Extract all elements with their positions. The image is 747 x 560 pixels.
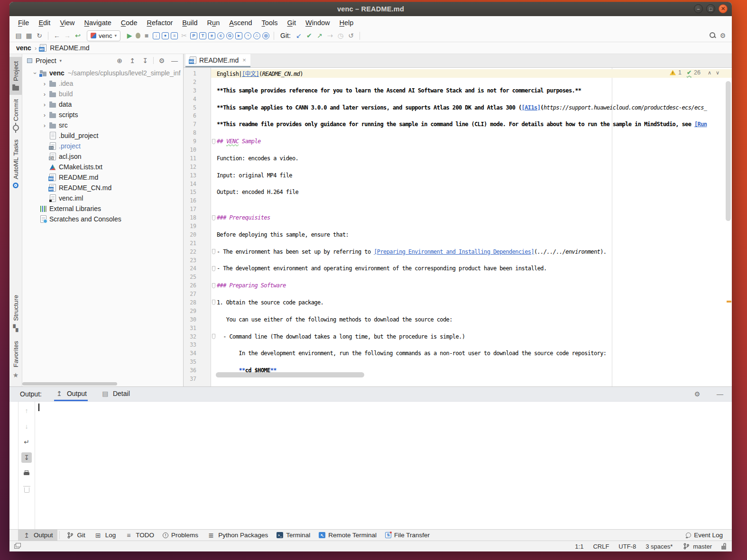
settings-icon[interactable]: ⚙ [719, 31, 727, 40]
sidebar-tab-commit[interactable]: Commit [9, 95, 22, 135]
project-tree-item[interactable]: .project [22, 141, 183, 151]
fold-marker[interactable] [212, 215, 215, 220]
toolwindow-button-remote-terminal[interactable]: ↖Remote Terminal [314, 530, 381, 541]
git-update-icon[interactable]: ↙ [295, 31, 303, 40]
sync-icon[interactable]: ↻ [35, 31, 44, 40]
git-cherry-icon[interactable]: ⇢ [326, 31, 334, 40]
hide-panel-icon[interactable]: — [715, 390, 725, 398]
simulator-icon[interactable]: ▸ [235, 32, 242, 39]
project-tree-item[interactable]: README_CN.md [22, 183, 183, 193]
env-check-icon[interactable]: e [208, 32, 215, 39]
editor[interactable]: 1English|[中文](README_CN.md)23**This samp… [184, 68, 732, 386]
toolwindow-button-todo[interactable]: ≡TODO [120, 530, 158, 541]
toolwindow-button-file-transfer[interactable]: ⇅File Transfer [381, 530, 434, 541]
project-tree-item[interactable]: ›data [22, 99, 183, 110]
undo-icon[interactable]: ↩ [74, 31, 82, 40]
output-tab-output[interactable]: ↥Output [54, 387, 88, 401]
lock-indicator[interactable] [721, 543, 726, 550]
horizontal-scrollbar[interactable] [22, 382, 117, 386]
gear-icon[interactable]: ⚙ [157, 57, 166, 64]
markdown-link[interactable]: [Preparing Environment and Installing De… [374, 248, 534, 255]
git-rollback-icon[interactable]: ↺ [347, 31, 355, 40]
run-configuration-selector[interactable]: venc▾ [87, 30, 120, 41]
menu-git[interactable]: Git [282, 19, 301, 27]
chevron-icon[interactable]: › [40, 101, 49, 108]
menu-tools[interactable]: Tools [257, 19, 283, 27]
project-tree-item[interactable]: README.md [22, 172, 183, 183]
status-item[interactable]: 3 spaces* [646, 543, 673, 550]
scroll-to-end-icon-button[interactable]: ↧ [21, 452, 32, 463]
tuner-icon[interactable]: T [199, 32, 206, 39]
debug-icon[interactable] [136, 33, 140, 38]
soft-wrap-icon-button[interactable]: ↵ [21, 437, 32, 447]
cluster-icon[interactable]: ∴ [253, 32, 260, 39]
git-history-icon[interactable]: ◷ [336, 31, 345, 40]
project-panel-title[interactable]: Project [36, 57, 56, 64]
project-tree-item[interactable]: ›src [22, 120, 183, 130]
chevron-icon[interactable]: › [40, 122, 49, 129]
toolwindow-button-event-log[interactable]: Event Log [682, 530, 727, 541]
status-git-branch[interactable]: master [682, 542, 712, 551]
output-tab-detail[interactable]: ▤Detail [100, 387, 131, 401]
minimize-icon[interactable]: − [694, 4, 703, 13]
close-tab-icon[interactable]: × [242, 56, 246, 64]
sidebar-tab-project[interactable]: Project [9, 57, 22, 95]
toolwindow-button-log[interactable]: ⊞Log [90, 530, 120, 541]
git-commit-icon[interactable]: ✔ [305, 31, 314, 40]
fold-marker[interactable] [212, 266, 215, 271]
run-icon[interactable]: ▶ [125, 31, 134, 40]
menu-view[interactable]: View [55, 19, 79, 27]
menu-ascend[interactable]: Ascend [224, 19, 257, 27]
git-push-icon[interactable]: ↗ [315, 31, 324, 40]
profiler-icon[interactable]: P [190, 32, 197, 39]
horizontal-scrollbar[interactable] [216, 372, 364, 377]
menu-file[interactable]: File [13, 19, 34, 27]
toolwindow-button-problems[interactable]: !Problems [158, 530, 203, 541]
vertical-scrollbar[interactable] [726, 81, 731, 221]
toolwindow-button-python-packages[interactable]: ≣Python Packages [203, 530, 272, 541]
fold-marker[interactable] [212, 300, 215, 305]
markdown-link[interactable]: [中文] [242, 71, 259, 77]
toolwindow-button-git[interactable]: Git [62, 530, 90, 541]
open-icon[interactable]: ▤ [14, 31, 23, 40]
tool-window-switcher-icon[interactable] [14, 544, 19, 549]
scissors-icon[interactable]: ✂ [180, 31, 188, 40]
menu-navigate[interactable]: Navigate [80, 19, 116, 27]
sidebar-tab-structure[interactable]: Structure▚ [9, 291, 22, 337]
chevron-icon[interactable]: › [40, 80, 49, 87]
status-item[interactable]: 1:1 [575, 543, 583, 550]
markdown-link[interactable]: [Run [694, 121, 707, 128]
inspections-widget[interactable]: ! 1 ✔ 26 ∧ ∨ [670, 69, 719, 76]
converter-icon[interactable]: c [217, 32, 224, 39]
menu-edit[interactable]: Edit [34, 19, 55, 27]
toolwindow-button-terminal[interactable]: >_Terminal [272, 530, 314, 541]
forward-icon[interactable]: → [63, 31, 72, 40]
close-icon[interactable]: ✕ [719, 4, 728, 13]
warning-stripe-mark[interactable] [727, 301, 731, 303]
collapse-all-icon[interactable]: ↧ [140, 57, 150, 64]
save-icon[interactable]: ▦ [25, 31, 33, 40]
menu-help[interactable]: Help [335, 19, 359, 27]
box-target-icon[interactable]: ● [162, 32, 169, 39]
chevron-icon[interactable]: › [40, 91, 49, 98]
menu-build[interactable]: Build [177, 19, 202, 27]
chevron-icon[interactable]: › [40, 111, 49, 119]
status-item[interactable]: CRLF [593, 543, 609, 550]
build-server-icon[interactable]: ≡ [171, 32, 178, 39]
menu-window[interactable]: Window [301, 19, 335, 27]
project-tree-item[interactable]: acl.json [22, 151, 183, 162]
scan-icon[interactable]: ◎ [262, 32, 269, 39]
breadcrumb-project[interactable]: venc [16, 44, 31, 52]
box-download-icon[interactable]: ↓ [153, 32, 160, 39]
trash-icon-button[interactable] [21, 484, 32, 494]
project-tree-item[interactable]: ›.idea [22, 78, 183, 89]
back-icon[interactable]: ← [53, 31, 61, 40]
expand-all-icon[interactable]: ↥ [128, 57, 137, 64]
project-tree-item[interactable]: ›scripts [22, 110, 183, 120]
pie-report-icon[interactable]: ◔ [244, 32, 251, 39]
sidebar-tab-automl-tasks[interactable]: AutoML Tasks [9, 135, 22, 193]
project-tree-item[interactable]: Scratches and Consoles [22, 214, 183, 224]
chevron-down-icon[interactable]: ∨ [716, 70, 719, 76]
status-item[interactable]: UTF-8 [618, 543, 636, 550]
chevron-icon[interactable]: › [32, 69, 39, 77]
